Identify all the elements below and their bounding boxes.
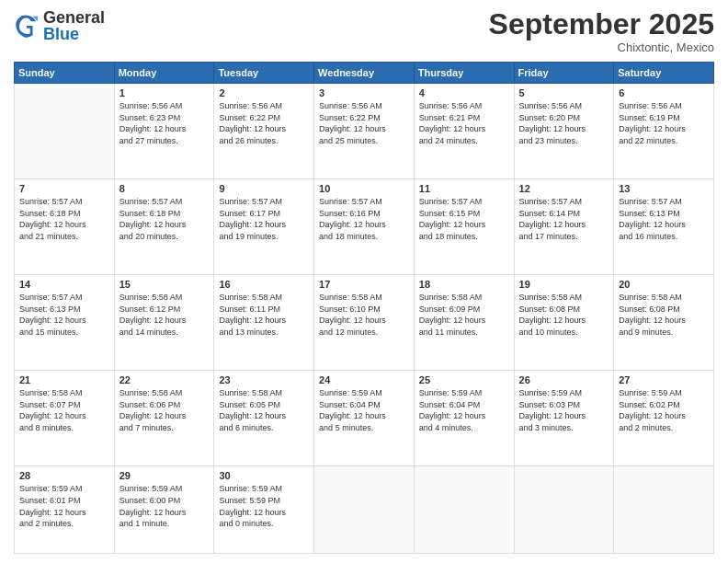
day-number: 17: [319, 279, 409, 290]
logo-text: General Blue: [43, 9, 105, 42]
day-info: Sunrise: 5:57 AMSunset: 6:15 PMDaylight:…: [419, 196, 509, 242]
day-number: 5: [519, 87, 609, 98]
title-block: September 2025 Chixtontic, Mexico: [489, 9, 714, 54]
calendar-cell: 20Sunrise: 5:58 AMSunset: 6:08 PMDayligh…: [614, 275, 714, 371]
calendar-cell: 26Sunrise: 5:59 AMSunset: 6:03 PMDayligh…: [514, 371, 614, 466]
calendar-cell: 15Sunrise: 5:58 AMSunset: 6:12 PMDayligh…: [114, 275, 214, 371]
day-info: Sunrise: 5:57 AMSunset: 6:18 PMDaylight:…: [119, 196, 210, 242]
calendar-cell: 9Sunrise: 5:57 AMSunset: 6:17 PMDaylight…: [214, 179, 314, 275]
weekday-header-wednesday: Wednesday: [314, 63, 415, 84]
day-number: 6: [619, 87, 709, 98]
weekday-header-sunday: Sunday: [15, 63, 115, 84]
calendar-cell: [314, 466, 415, 554]
calendar-cell: 28Sunrise: 5:59 AMSunset: 6:01 PMDayligh…: [15, 466, 115, 554]
day-info: Sunrise: 5:57 AMSunset: 6:18 PMDaylight:…: [19, 196, 109, 242]
day-number: 3: [319, 87, 409, 98]
calendar-cell: 19Sunrise: 5:58 AMSunset: 6:08 PMDayligh…: [514, 275, 614, 371]
day-number: 28: [19, 470, 109, 481]
calendar-cell: [15, 84, 115, 179]
day-info: Sunrise: 5:57 AMSunset: 6:13 PMDaylight:…: [19, 292, 109, 338]
calendar-cell: 13Sunrise: 5:57 AMSunset: 6:13 PMDayligh…: [614, 179, 714, 275]
day-info: Sunrise: 5:57 AMSunset: 6:17 PMDaylight:…: [219, 196, 309, 242]
day-info: Sunrise: 5:57 AMSunset: 6:16 PMDaylight:…: [319, 196, 409, 242]
day-number: 4: [419, 87, 509, 98]
calendar-week-row: 7Sunrise: 5:57 AMSunset: 6:18 PMDaylight…: [15, 179, 714, 275]
day-info: Sunrise: 5:58 AMSunset: 6:08 PMDaylight:…: [619, 292, 709, 338]
day-number: 9: [219, 183, 309, 194]
day-number: 19: [519, 279, 609, 290]
day-info: Sunrise: 5:59 AMSunset: 6:01 PMDaylight:…: [19, 483, 109, 529]
calendar-cell: 17Sunrise: 5:58 AMSunset: 6:10 PMDayligh…: [314, 275, 415, 371]
calendar-cell: 2Sunrise: 5:56 AMSunset: 6:22 PMDaylight…: [214, 84, 314, 179]
day-number: 26: [519, 374, 609, 385]
day-info: Sunrise: 5:58 AMSunset: 6:12 PMDaylight:…: [119, 292, 210, 338]
calendar-cell: 24Sunrise: 5:59 AMSunset: 6:04 PMDayligh…: [314, 371, 415, 466]
day-info: Sunrise: 5:57 AMSunset: 6:14 PMDaylight:…: [519, 196, 609, 242]
calendar-cell: 16Sunrise: 5:58 AMSunset: 6:11 PMDayligh…: [214, 275, 314, 371]
day-info: Sunrise: 5:59 AMSunset: 6:00 PMDaylight:…: [119, 483, 210, 529]
day-info: Sunrise: 5:58 AMSunset: 6:05 PMDaylight:…: [219, 387, 309, 433]
calendar-week-row: 14Sunrise: 5:57 AMSunset: 6:13 PMDayligh…: [15, 275, 714, 371]
calendar-cell: 27Sunrise: 5:59 AMSunset: 6:02 PMDayligh…: [614, 371, 714, 466]
calendar-week-row: 28Sunrise: 5:59 AMSunset: 6:01 PMDayligh…: [15, 466, 714, 554]
calendar-cell: 7Sunrise: 5:57 AMSunset: 6:18 PMDaylight…: [15, 179, 115, 275]
day-info: Sunrise: 5:59 AMSunset: 6:03 PMDaylight:…: [519, 387, 609, 433]
calendar-cell: 11Sunrise: 5:57 AMSunset: 6:15 PMDayligh…: [414, 179, 514, 275]
day-info: Sunrise: 5:59 AMSunset: 5:59 PMDaylight:…: [219, 483, 309, 529]
calendar-cell: 21Sunrise: 5:58 AMSunset: 6:07 PMDayligh…: [15, 371, 115, 466]
day-info: Sunrise: 5:58 AMSunset: 6:08 PMDaylight:…: [519, 292, 609, 338]
day-number: 2: [219, 87, 309, 98]
calendar-cell: [514, 466, 614, 554]
calendar-week-row: 1Sunrise: 5:56 AMSunset: 6:23 PMDaylight…: [15, 84, 714, 179]
weekday-header-thursday: Thursday: [414, 63, 514, 84]
calendar-cell: 8Sunrise: 5:57 AMSunset: 6:18 PMDaylight…: [114, 179, 214, 275]
calendar-week-row: 21Sunrise: 5:58 AMSunset: 6:07 PMDayligh…: [15, 371, 714, 466]
day-info: Sunrise: 5:56 AMSunset: 6:23 PMDaylight:…: [119, 100, 210, 146]
calendar-cell: 12Sunrise: 5:57 AMSunset: 6:14 PMDayligh…: [514, 179, 614, 275]
calendar-cell: 18Sunrise: 5:58 AMSunset: 6:09 PMDayligh…: [414, 275, 514, 371]
calendar-cell: 1Sunrise: 5:56 AMSunset: 6:23 PMDaylight…: [114, 84, 214, 179]
day-info: Sunrise: 5:56 AMSunset: 6:20 PMDaylight:…: [519, 100, 609, 146]
logo-general: General: [43, 9, 105, 26]
logo: General Blue: [14, 9, 105, 42]
day-number: 21: [19, 374, 109, 385]
weekday-header-monday: Monday: [114, 63, 214, 84]
header: General Blue September 2025 Chixtontic, …: [14, 9, 714, 54]
calendar-cell: 3Sunrise: 5:56 AMSunset: 6:22 PMDaylight…: [314, 84, 415, 179]
day-number: 22: [119, 374, 210, 385]
day-number: 8: [119, 183, 210, 194]
calendar-cell: 6Sunrise: 5:56 AMSunset: 6:19 PMDaylight…: [614, 84, 714, 179]
day-info: Sunrise: 5:58 AMSunset: 6:07 PMDaylight:…: [19, 387, 109, 433]
day-info: Sunrise: 5:57 AMSunset: 6:13 PMDaylight:…: [619, 196, 709, 242]
day-info: Sunrise: 5:56 AMSunset: 6:19 PMDaylight:…: [619, 100, 709, 146]
logo-blue: Blue: [43, 26, 105, 42]
location: Chixtontic, Mexico: [489, 40, 714, 54]
day-info: Sunrise: 5:56 AMSunset: 6:22 PMDaylight:…: [319, 100, 409, 146]
calendar-cell: 4Sunrise: 5:56 AMSunset: 6:21 PMDaylight…: [414, 84, 514, 179]
day-number: 1: [119, 87, 210, 98]
day-number: 15: [119, 279, 210, 290]
page: General Blue September 2025 Chixtontic, …: [0, 0, 728, 563]
calendar-cell: 22Sunrise: 5:58 AMSunset: 6:06 PMDayligh…: [114, 371, 214, 466]
day-number: 29: [119, 470, 210, 481]
day-info: Sunrise: 5:56 AMSunset: 6:21 PMDaylight:…: [419, 100, 509, 146]
day-number: 12: [519, 183, 609, 194]
day-number: 10: [319, 183, 409, 194]
day-number: 25: [419, 374, 509, 385]
day-info: Sunrise: 5:58 AMSunset: 6:11 PMDaylight:…: [219, 292, 309, 338]
day-info: Sunrise: 5:58 AMSunset: 6:06 PMDaylight:…: [119, 387, 210, 433]
day-number: 11: [419, 183, 509, 194]
calendar-cell: [614, 466, 714, 554]
day-info: Sunrise: 5:59 AMSunset: 6:04 PMDaylight:…: [419, 387, 509, 433]
calendar-cell: 5Sunrise: 5:56 AMSunset: 6:20 PMDaylight…: [514, 84, 614, 179]
weekday-header-saturday: Saturday: [614, 63, 714, 84]
day-number: 20: [619, 279, 709, 290]
day-number: 16: [219, 279, 309, 290]
logo-icon: [14, 13, 40, 39]
weekday-header-tuesday: Tuesday: [214, 63, 314, 84]
calendar-cell: [414, 466, 514, 554]
day-info: Sunrise: 5:58 AMSunset: 6:09 PMDaylight:…: [419, 292, 509, 338]
calendar-cell: 14Sunrise: 5:57 AMSunset: 6:13 PMDayligh…: [15, 275, 115, 371]
calendar-cell: 29Sunrise: 5:59 AMSunset: 6:00 PMDayligh…: [114, 466, 214, 554]
day-number: 27: [619, 374, 709, 385]
